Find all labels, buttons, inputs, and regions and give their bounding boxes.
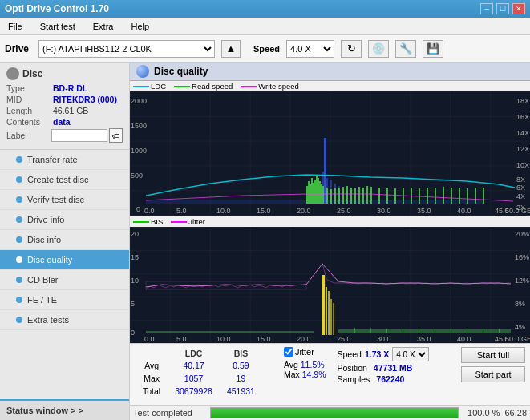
stats-total-ldc: 30679928: [168, 386, 219, 397]
svg-rect-80: [467, 188, 468, 204]
nav-dot-active: [16, 256, 22, 263]
svg-text:0: 0: [136, 205, 140, 213]
chart-title: Disc quality: [154, 66, 208, 77]
chart-disc-icon: [136, 65, 149, 78]
legend-read: Read speed: [174, 82, 233, 91]
svg-text:2000: 2000: [131, 97, 147, 105]
nav-transfer-rate-label: Transfer rate: [27, 155, 78, 164]
speed-select[interactable]: 4.0 X: [392, 347, 429, 361]
svg-rect-119: [435, 329, 435, 333]
svg-rect-63: [350, 188, 352, 204]
disc-length-key: Length: [6, 106, 53, 115]
stats-table: LDC BIS Avg 40.17 0.59 Max: [135, 347, 277, 398]
nav-transfer-rate[interactable]: Transfer rate: [0, 150, 129, 170]
nav-dot: [16, 176, 22, 183]
svg-text:40.0: 40.0: [457, 335, 471, 343]
disc-mid-key: MID: [6, 95, 53, 104]
svg-text:5.0: 5.0: [176, 335, 187, 343]
disc-section: Disc Type BD-R DL MID RITEKDR3 (000) Len…: [0, 63, 129, 150]
nav-fe-te[interactable]: FE / TE: [0, 290, 129, 310]
stats-max-label: Max: [136, 373, 167, 384]
svg-text:5: 5: [131, 300, 135, 308]
stats-row: LDC BIS Avg 40.17 0.59 Max: [135, 347, 525, 398]
stats-avg-empty: [263, 360, 276, 371]
jitter-row: Jitter: [284, 347, 326, 357]
disc-label-input[interactable]: [51, 129, 107, 142]
menu-start-test[interactable]: Start test: [35, 20, 80, 33]
speed-select[interactable]: 4.0 X: [286, 40, 334, 58]
stats-avg-label: Avg: [136, 360, 167, 371]
svg-text:14X: 14X: [516, 129, 529, 137]
col-spacer: [263, 349, 276, 358]
status-window-button[interactable]: Status window > >: [0, 399, 129, 420]
start-full-button[interactable]: Start full: [461, 347, 525, 363]
disc-contents-value: data: [53, 117, 71, 127]
nav-cd-bler[interactable]: CD Bler: [0, 270, 129, 290]
svg-text:16%: 16%: [515, 253, 529, 261]
svg-rect-117: [403, 329, 403, 333]
settings-button[interactable]: 🔧: [395, 40, 416, 58]
svg-text:20.0: 20.0: [297, 207, 311, 215]
legend-ldc-color: [133, 86, 149, 87]
stats-avg-bis: 0.59: [220, 360, 261, 371]
svg-rect-123: [499, 329, 500, 333]
svg-text:8%: 8%: [515, 300, 525, 308]
svg-text:25.0: 25.0: [337, 207, 351, 215]
svg-text:12X: 12X: [516, 145, 529, 153]
svg-rect-118: [419, 328, 419, 333]
refresh-button[interactable]: ↻: [341, 40, 362, 58]
svg-text:35.0: 35.0: [417, 207, 431, 215]
svg-text:30.0: 30.0: [377, 207, 391, 215]
maximize-button[interactable]: ☐: [496, 3, 509, 14]
nav-drive-info[interactable]: Drive info: [0, 210, 129, 230]
eject-button[interactable]: ▲: [221, 40, 241, 58]
progress-section: Test completed 100.0 % 66.28: [130, 405, 530, 420]
drive-select[interactable]: (F:) ATAPI iHBS112 2 CL0K: [38, 40, 215, 58]
save-button[interactable]: 💾: [423, 40, 443, 58]
menu-bar: File Start test Extra Help: [0, 18, 530, 35]
svg-rect-68: [370, 187, 372, 204]
close-button[interactable]: ✕: [512, 3, 525, 14]
jitter-avg: Avg 11.5%: [284, 360, 326, 370]
svg-rect-120: [451, 329, 451, 333]
svg-rect-112: [146, 331, 314, 333]
nav-disc-quality[interactable]: Disc quality: [0, 250, 129, 270]
legend-bis: BIS: [133, 217, 163, 226]
nav-extra-tests[interactable]: Extra tests: [0, 310, 129, 330]
disc-label-icon-button[interactable]: 🏷: [109, 128, 123, 143]
nav-dot: [16, 236, 22, 243]
legend-jitter: Jitter: [171, 217, 205, 226]
svg-rect-113: [338, 329, 511, 333]
legend-write-color: [241, 86, 257, 87]
disc-type-row: Type BD-R DL: [6, 83, 123, 93]
menu-file[interactable]: File: [3, 20, 27, 33]
nav-dot: [16, 317, 22, 323]
svg-text:4%: 4%: [515, 323, 525, 331]
nav-create-test-disc[interactable]: Create test disc: [0, 170, 129, 190]
stats-total-row: Total 30679928 451931: [136, 386, 276, 397]
svg-rect-116: [386, 329, 387, 333]
jitter-checkbox[interactable]: [284, 347, 293, 357]
disc-type-value: BD-R DL: [53, 83, 87, 93]
start-part-button[interactable]: Start part: [461, 366, 525, 382]
menu-help[interactable]: Help: [126, 20, 154, 33]
legend-bis-label: BIS: [151, 217, 163, 226]
disc-icon-button[interactable]: 💿: [368, 40, 389, 58]
nav-dot: [16, 156, 22, 163]
nav-dot: [16, 277, 22, 283]
nav-verify-test-disc[interactable]: Verify test disc: [0, 190, 129, 210]
disc-mid-row: MID RITEKDR3 (000): [6, 95, 123, 104]
jitter-avg-row: Avg 11.5% Max 14.9%: [284, 360, 326, 379]
minimize-button[interactable]: –: [480, 3, 493, 14]
svg-text:10.0: 10.0: [216, 335, 231, 343]
stats-max-row: Max 1057 19: [136, 373, 276, 384]
menu-extra[interactable]: Extra: [88, 20, 119, 33]
nav-disc-info[interactable]: Disc info: [0, 230, 129, 250]
chart-top: LDC Read speed Write speed: [130, 81, 530, 216]
legend-ldc-label: LDC: [151, 82, 166, 91]
svg-rect-60: [338, 188, 340, 204]
nav-cd-bler-label: CD Bler: [27, 275, 59, 285]
svg-text:4X: 4X: [516, 192, 525, 200]
svg-rect-57: [326, 188, 328, 204]
col-empty: [136, 349, 167, 358]
